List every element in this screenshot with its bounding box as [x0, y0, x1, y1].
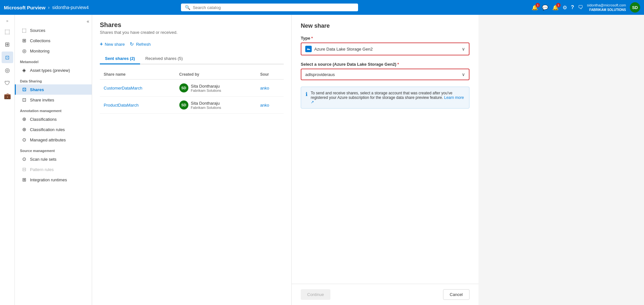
topnav-actions: 🔔 1 💬 🔔 1 ⚙ ? 🗨 sidontha@microsoft.com F…: [532, 2, 640, 13]
managed-attrs-icon: ⊙: [21, 137, 27, 143]
content-area: Shares Shares that you have created or r…: [92, 15, 644, 305]
new-share-panel: New share Type * Azure Data Lake: [292, 15, 478, 305]
sidebar-label-sources: Sources: [30, 28, 45, 33]
feedback-icon[interactable]: 🗨: [578, 5, 583, 10]
rail-icon-policy[interactable]: 🛡: [2, 77, 13, 89]
avatar[interactable]: SD: [630, 2, 640, 13]
sidebar: « ⬚ Sources ⊞ Collections ◎ Monitoring M…: [15, 15, 92, 305]
type-form-group: Type * Azure Data Lake Storage Gen2 ∨: [301, 36, 469, 55]
shares-icon: ⊡: [21, 87, 27, 92]
rail-expand-toggle[interactable]: »: [5, 17, 10, 24]
sidebar-item-classifications[interactable]: ⊛ Classifications: [15, 114, 92, 124]
sidebar-label-classification-rules: Classification rules: [30, 127, 65, 132]
sidebar-label-collections: Collections: [30, 38, 51, 43]
type-dropdown-value: Azure Data Lake Storage Gen2: [305, 46, 373, 52]
search-icon: 🔍: [185, 5, 190, 10]
creator-info-0: Sita Dontharaju Fabrikam Solutions: [191, 84, 221, 92]
chat-icon[interactable]: 💬: [542, 5, 548, 11]
shares-subtitle: Shares that you have created or received…: [100, 30, 284, 35]
sidebar-item-monitoring[interactable]: ◎ Monitoring: [15, 46, 92, 56]
source-required-star: *: [397, 62, 399, 67]
share-link-1[interactable]: ProductDataMarch: [104, 103, 138, 108]
classifications-icon: ⊛: [21, 116, 27, 122]
sidebar-item-share-invites[interactable]: ⊡ Share invites: [15, 95, 92, 105]
type-label: Type *: [301, 36, 469, 41]
sidebar-item-managed-attributes[interactable]: ⊙ Managed attributes: [15, 135, 92, 145]
shares-toolbar: + New share ↻ Refresh: [100, 40, 284, 48]
rail-icon-catalog[interactable]: ⬚: [2, 26, 13, 37]
creator-avatar-1: SD: [179, 100, 188, 110]
icon-rail: » ⬚ ⊞ ⊡ ◎ 🛡 💼: [0, 15, 15, 305]
section-annotation-mgmt: Annotation management: [15, 105, 92, 114]
info-text: To send and receive shares, select a sto…: [311, 91, 465, 104]
sidebar-label-monitoring: Monitoring: [30, 49, 50, 53]
sidebar-item-collections[interactable]: ⊞ Collections: [15, 35, 92, 46]
search-box[interactable]: 🔍: [181, 4, 358, 11]
adls-icon: [305, 46, 312, 52]
feedback-chat-icon: 🗨: [578, 5, 583, 10]
search-container: 🔍: [173, 4, 366, 11]
sidebar-collapse-area: «: [15, 17, 92, 25]
insights-icon: ◎: [5, 67, 10, 74]
notification-icon-1[interactable]: 🔔 1: [532, 5, 538, 11]
type-dropdown[interactable]: Azure Data Lake Storage Gen2 ∨: [301, 43, 469, 55]
section-source-mgmt: Source management: [15, 145, 92, 154]
refresh-icon: ↻: [130, 41, 134, 47]
creator-cell-1: SD Sita Dontharaju Fabrikam Solutions: [179, 100, 252, 110]
sidebar-item-shares[interactable]: ⊡ Shares: [15, 84, 92, 95]
sidebar-item-sources[interactable]: ⬚ Sources: [15, 25, 92, 35]
user-info: sidontha@microsoft.com FABRIKAM SOLUTION…: [587, 3, 626, 12]
notification-badge-1: 1: [535, 3, 540, 7]
creator-avatar-0: SD: [179, 83, 188, 92]
share-link-0[interactable]: CustomerDataMarch: [104, 86, 142, 91]
source-value: adlsprovideraus: [305, 72, 335, 77]
sidebar-label-shares: Shares: [30, 87, 44, 92]
refresh-button[interactable]: ↻ Refresh: [130, 40, 151, 48]
creator-cell-0: SD Sita Dontharaju Fabrikam Solutions: [179, 83, 252, 92]
brand: Microsoft Purview › sidontha-purview4: [4, 5, 89, 10]
sidebar-item-integration-runtimes[interactable]: ⊞ Integration runtimes: [15, 175, 92, 185]
section-metamodel: Metamodel: [15, 56, 92, 65]
notification-icon-2[interactable]: 🔔 1: [552, 5, 559, 11]
source-chevron-icon: ∨: [462, 72, 465, 77]
rail-icon-management[interactable]: 💼: [2, 90, 13, 102]
type-value: Azure Data Lake Storage Gen2: [314, 47, 373, 52]
collapse-button[interactable]: «: [87, 19, 89, 24]
sidebar-item-scan-rule-sets[interactable]: ⊙ Scan rule sets: [15, 154, 92, 164]
source-dropdown[interactable]: adlsprovideraus ∨: [301, 69, 469, 80]
source-link-1[interactable]: anko: [260, 103, 269, 108]
sidebar-label-asset-types: Asset types (preview): [30, 68, 70, 73]
section-data-sharing: Data Sharing: [15, 75, 92, 84]
notification-badge-2: 1: [556, 3, 561, 7]
sharing-icon: ⊡: [5, 54, 9, 61]
source-form-group: Select a source (Azure Data Lake Storage…: [301, 62, 469, 80]
source-link-0[interactable]: anko: [260, 86, 269, 91]
pattern-rules-icon: ⊟: [21, 167, 27, 172]
collections-icon: ⊞: [5, 41, 10, 48]
tab-sent-shares[interactable]: Sent shares (2): [100, 53, 140, 64]
asset-types-icon: ◈: [21, 67, 27, 73]
col-created-by: Created by: [175, 70, 256, 80]
search-input[interactable]: [193, 5, 354, 10]
question-icon: ?: [571, 5, 574, 10]
new-share-button[interactable]: + New share: [100, 40, 125, 48]
rail-icon-collections[interactable]: ⊞: [2, 39, 13, 50]
rail-icon-insights[interactable]: ◎: [2, 64, 13, 76]
workspace-name[interactable]: sidontha-purview4: [52, 5, 89, 10]
sidebar-item-classification-rules[interactable]: ⊛ Classification rules: [15, 124, 92, 135]
type-chevron-icon: ∨: [462, 46, 465, 52]
settings-icon[interactable]: ⚙: [563, 5, 567, 11]
info-box: ℹ To send and receive shares, select a s…: [301, 87, 469, 109]
classification-rules-icon: ⊛: [21, 127, 27, 132]
sidebar-item-asset-types[interactable]: ◈ Asset types (preview): [15, 65, 92, 75]
table-row: CustomerDataMarch SD Sita Dontharaju Fab…: [100, 80, 284, 97]
rail-icon-data-sharing[interactable]: ⊡: [2, 52, 13, 63]
source-dropdown-value: adlsprovideraus: [305, 72, 335, 77]
scan-rules-icon: ⊙: [21, 156, 27, 162]
cancel-button[interactable]: Cancel: [443, 289, 469, 300]
user-email: sidontha@microsoft.com: [587, 3, 626, 7]
message-icon: 💬: [542, 5, 548, 10]
tab-received-shares[interactable]: Received shares (5): [140, 53, 188, 64]
help-icon[interactable]: ?: [571, 5, 574, 10]
shares-title: Shares: [100, 21, 284, 29]
